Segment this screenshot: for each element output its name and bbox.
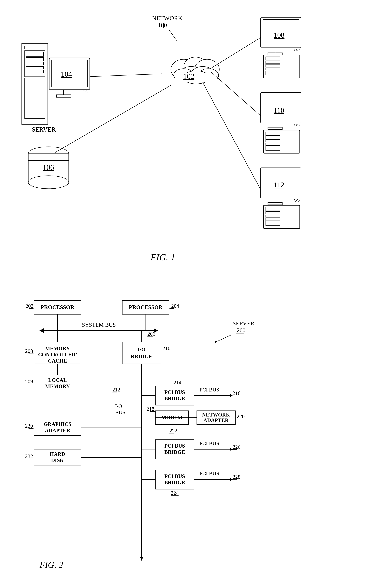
svg-text:BRIDGE: BRIDGE xyxy=(164,479,185,485)
svg-text:PCI BUS: PCI BUS xyxy=(165,443,185,449)
svg-point-6 xyxy=(171,59,197,80)
svg-text:226: 226 xyxy=(233,444,241,450)
svg-rect-91 xyxy=(122,301,169,314)
svg-text:202: 202 xyxy=(25,303,33,309)
svg-text:ADAPTER: ADAPTER xyxy=(203,417,229,423)
svg-marker-5 xyxy=(176,40,178,42)
svg-rect-22 xyxy=(26,62,44,65)
svg-line-84 xyxy=(203,83,261,189)
svg-point-58 xyxy=(294,124,296,126)
svg-point-36 xyxy=(28,176,69,189)
svg-rect-55 xyxy=(263,95,299,120)
svg-line-82 xyxy=(211,38,261,68)
svg-text:SERVER: SERVER xyxy=(233,320,254,327)
svg-text:PCI BUS: PCI BUS xyxy=(165,389,185,395)
svg-text:MEMORY: MEMORY xyxy=(45,383,70,389)
svg-point-46 xyxy=(297,49,299,51)
svg-rect-51 xyxy=(266,64,280,67)
svg-rect-52 xyxy=(266,68,280,70)
svg-point-34 xyxy=(28,147,69,160)
svg-rect-146 xyxy=(155,411,189,424)
svg-text:220: 220 xyxy=(237,414,244,419)
svg-text:HARD: HARD xyxy=(50,451,65,457)
svg-text:PCI BUS: PCI BUS xyxy=(199,471,219,476)
svg-text:102: 102 xyxy=(183,72,194,80)
svg-text:NETWORK: NETWORK xyxy=(152,15,182,22)
svg-text:I/O: I/O xyxy=(138,347,146,352)
svg-marker-143 xyxy=(230,394,233,397)
svg-text:106: 106 xyxy=(43,163,54,172)
svg-point-10 xyxy=(191,66,214,83)
fig2-diagram: PROCESSOR 202 PROCESSOR 204 SYSTEM BUS xyxy=(17,295,371,584)
svg-text:DISK: DISK xyxy=(51,457,64,463)
svg-rect-19 xyxy=(24,51,45,77)
svg-point-31 xyxy=(86,91,88,93)
svg-text:PCI BUS: PCI BUS xyxy=(199,440,219,446)
svg-rect-26 xyxy=(49,58,90,90)
svg-point-72 xyxy=(297,199,299,201)
svg-rect-50 xyxy=(266,61,280,64)
svg-text:212: 212 xyxy=(112,387,120,393)
svg-text:BRIDGE: BRIDGE xyxy=(131,353,152,360)
svg-rect-150 xyxy=(197,411,235,424)
svg-rect-15 xyxy=(175,73,217,82)
svg-text:SERVER: SERVER xyxy=(32,126,56,133)
svg-rect-11 xyxy=(174,71,218,83)
svg-rect-64 xyxy=(266,140,280,142)
svg-marker-96 xyxy=(40,328,44,333)
svg-text:108: 108 xyxy=(274,31,285,39)
svg-text:GRAPHICS: GRAPHICS xyxy=(44,421,71,427)
svg-text:210: 210 xyxy=(163,346,170,351)
svg-point-8 xyxy=(195,59,219,80)
svg-rect-53 xyxy=(266,71,280,75)
svg-rect-29 xyxy=(56,95,71,97)
svg-text:SYSTEM BUS: SYSTEM BUS xyxy=(82,322,116,328)
page: NETWORK 100 xyxy=(0,0,388,588)
svg-rect-62 xyxy=(266,132,280,135)
svg-text:216: 216 xyxy=(233,390,241,396)
svg-text:BUS: BUS xyxy=(115,410,125,415)
svg-text:FIG.  1: FIG. 1 xyxy=(150,252,175,262)
svg-marker-107 xyxy=(215,341,217,343)
svg-rect-49 xyxy=(266,57,280,60)
svg-text:PCI BUS: PCI BUS xyxy=(199,387,219,393)
svg-rect-48 xyxy=(264,55,300,78)
svg-text:224: 224 xyxy=(171,490,179,496)
svg-text:100: 100 xyxy=(158,22,167,28)
svg-rect-18 xyxy=(24,46,45,49)
svg-rect-115 xyxy=(122,342,161,364)
svg-point-30 xyxy=(83,91,85,93)
svg-text:MEMORY: MEMORY xyxy=(45,346,70,351)
svg-text:PROCESSOR: PROCESSOR xyxy=(41,304,74,310)
svg-text:CACHE: CACHE xyxy=(48,358,67,364)
svg-marker-182 xyxy=(140,557,143,561)
svg-rect-41 xyxy=(261,17,301,48)
svg-text:222: 222 xyxy=(170,428,177,434)
svg-text:206: 206 xyxy=(147,331,155,337)
svg-text:MODEM: MODEM xyxy=(161,414,183,420)
svg-line-83 xyxy=(211,72,261,116)
svg-rect-24 xyxy=(26,70,44,73)
svg-rect-79 xyxy=(266,221,280,226)
svg-rect-68 xyxy=(263,170,299,195)
svg-marker-180 xyxy=(230,478,233,481)
svg-rect-23 xyxy=(26,66,44,69)
svg-text:208: 208 xyxy=(25,348,33,354)
svg-rect-44 xyxy=(268,53,282,55)
svg-rect-133 xyxy=(155,386,194,405)
svg-point-59 xyxy=(297,124,299,126)
svg-rect-189 xyxy=(34,449,81,466)
svg-rect-86 xyxy=(34,301,81,314)
svg-rect-77 xyxy=(266,215,280,217)
svg-rect-27 xyxy=(51,60,88,87)
svg-text:CONTROLLER/: CONTROLLER/ xyxy=(38,352,77,357)
svg-point-45 xyxy=(294,49,296,51)
svg-point-9 xyxy=(179,66,203,83)
svg-rect-42 xyxy=(263,20,299,45)
svg-rect-108 xyxy=(34,342,81,364)
svg-text:PROCESSOR: PROCESSOR xyxy=(129,304,163,310)
svg-rect-63 xyxy=(266,136,280,139)
svg-marker-97 xyxy=(154,328,158,333)
svg-text:200: 200 xyxy=(237,327,245,333)
svg-rect-54 xyxy=(261,92,301,123)
